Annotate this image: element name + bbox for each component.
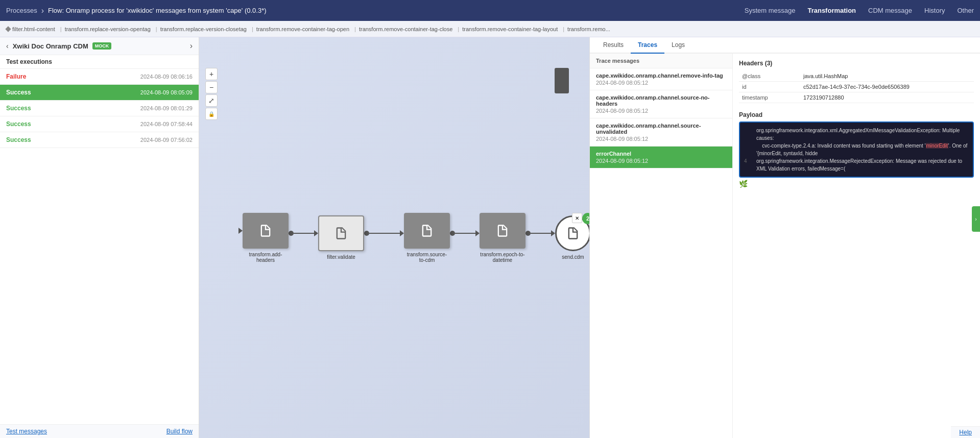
node-box-epoch-to-datetime[interactable] (480, 213, 525, 249)
header-val-2: 1723190712880 (800, 92, 974, 103)
headers-title: Headers (3) (739, 60, 974, 67)
trace-time-2: 2024-08-09 08:05:12 (596, 136, 726, 142)
trace-channel-0: cape.xwikidoc.onramp.channel.remove-info… (596, 72, 726, 79)
lock-button[interactable]: 🔒 (205, 108, 218, 120)
cdm-message-nav[interactable]: CDM message (868, 7, 912, 14)
breadcrumb-item-5[interactable]: transform.remove-container-tag-layout (462, 26, 558, 32)
start-connector (238, 228, 243, 234)
breadcrumb-item-0[interactable]: filter.html-content (12, 26, 55, 32)
back-button[interactable]: ‹ (6, 42, 9, 50)
left-sidebar: ‹ Xwiki Doc Onramp CDM MOCK › Test execu… (0, 37, 199, 438)
payload-box[interactable]: org.springframework.integration.xml.Aggr… (739, 121, 974, 178)
exec-status-4: Success (6, 136, 31, 143)
node-source-to-cdm[interactable]: transform.source-to-cdm (404, 213, 450, 263)
payload-linenum-1 (744, 142, 752, 157)
exec-item-active[interactable]: Success 2024-08-09 08:05:09 (0, 85, 199, 101)
help-bar: Help (951, 426, 980, 438)
exec-item-3[interactable]: Success 2024-08-09 07:58:44 (0, 116, 199, 132)
exec-status-3: Success (6, 120, 31, 128)
trace-item-active[interactable]: errorChannel 2024-08-09 08:05:12 (590, 147, 732, 168)
right-edge-toggle[interactable]: › (972, 206, 980, 232)
breadcrumb: filter.html-content | transform.replace-… (0, 21, 980, 37)
payload-text-0: org.springframework.integration.xml.Aggr… (756, 127, 969, 142)
exec-time-4: 2024-08-09 07:56:02 (140, 137, 193, 143)
header-key-2: timestamp (739, 92, 800, 103)
trace-channel-active: errorChannel (596, 151, 726, 157)
bottom-bar: Test messages Build flow (0, 424, 199, 438)
node-filter-validate[interactable]: filter.validate (318, 215, 364, 260)
exec-item-2[interactable]: Success 2024-08-09 08:01:29 (0, 101, 199, 116)
panel-title: Xwiki Doc Onramp CDM (13, 42, 88, 50)
breadcrumb-item-4[interactable]: transform.remove-container-tag-close (359, 26, 452, 32)
processes-link[interactable]: Processes (6, 7, 37, 14)
trace-item-0[interactable]: cape.xwikidoc.onramp.channel.remove-info… (590, 68, 732, 90)
arrow-2 (400, 230, 404, 236)
breadcrumb-item-6[interactable]: transform.remo... (567, 26, 610, 32)
nav-right: System message Transformation CDM messag… (745, 7, 974, 14)
payload-section: Payload org.springframework.integration.… (739, 111, 974, 188)
trace-item-1[interactable]: cape.xwikidoc.onramp.channel.source-no-h… (590, 90, 732, 118)
tab-logs[interactable]: Logs (664, 37, 692, 54)
system-message-nav[interactable]: System message (745, 7, 796, 14)
breadcrumb-sep-3: | (354, 26, 356, 32)
help-link[interactable]: Help (959, 429, 972, 436)
connector-1 (289, 230, 318, 236)
payload-title: Payload (739, 111, 974, 118)
arrow-1 (314, 230, 318, 236)
node-add-headers[interactable]: transform.add-headers (243, 213, 289, 263)
exec-time-2: 2024-08-09 08:01:29 (140, 105, 193, 111)
header-val-0: java.util.HashMap (800, 71, 974, 82)
zoom-out-button[interactable]: − (205, 81, 218, 93)
fit-button[interactable]: ⤢ (205, 94, 218, 107)
trace-time-active: 2024-08-09 08:05:12 (596, 158, 726, 164)
header-row-0: @class java.util.HashMap (739, 71, 974, 82)
connector-2 (364, 230, 404, 236)
transformation-nav[interactable]: Transformation (807, 7, 856, 14)
exec-list: Failure 2024-08-09 08:06:16 Success 2024… (0, 69, 199, 148)
connector-dot-3 (450, 231, 455, 236)
node-send-cdm[interactable]: 2 ✕ send.cdm (555, 215, 589, 260)
zoom-in-button[interactable]: + (205, 68, 218, 80)
breadcrumb-sep-0: | (60, 26, 62, 32)
arrow-4 (551, 230, 555, 236)
doc-icon-5 (566, 226, 580, 240)
breadcrumb-item-3[interactable]: transform.remove-container-tag-open (256, 26, 349, 32)
breadcrumb-item-2[interactable]: transform.replace-version-closetag (160, 26, 247, 32)
header-row-1: id c52d17ae-14c9-37ec-734c-9e0de6506389 (739, 82, 974, 92)
mock-badge: MOCK (92, 42, 112, 50)
history-nav[interactable]: History (924, 7, 945, 14)
header-key-1: id (739, 82, 800, 92)
main-container: ‹ Xwiki Doc Onramp CDM MOCK › Test execu… (0, 37, 980, 438)
breadcrumb-sep-5: | (563, 26, 564, 32)
send-node-circle[interactable]: 2 ✕ (555, 215, 589, 251)
other-nav[interactable]: Other (957, 7, 974, 14)
flow-canvas: + − ⤢ 🔒 (199, 37, 589, 438)
node-epoch-to-datetime[interactable]: transform.epoch-to-datetime (480, 213, 525, 263)
build-flow-link[interactable]: Build flow (166, 428, 193, 435)
node-box-add-headers[interactable] (243, 213, 289, 249)
payload-line-0: org.springframework.integration.xml.Aggr… (744, 127, 969, 142)
node-box-source-to-cdm[interactable] (404, 213, 450, 249)
tab-traces[interactable]: Traces (631, 37, 664, 54)
trace-item-2[interactable]: cape.xwikidoc.onramp.channel.source-unva… (590, 118, 732, 147)
breadcrumb-item-1[interactable]: transform.replace-version-opentag (65, 26, 151, 32)
doc-icon-1 (258, 224, 273, 238)
leaf-icon: 🌿 (739, 180, 974, 188)
exec-item-4[interactable]: Success 2024-08-09 07:56:02 (0, 132, 199, 148)
exec-item[interactable]: Failure 2024-08-09 08:06:16 (0, 69, 199, 85)
connector-line-4 (531, 233, 551, 234)
forward-button[interactable]: › (190, 41, 193, 51)
test-messages-link[interactable]: Test messages (6, 428, 47, 435)
trace-time-1: 2024-08-09 08:05:12 (596, 108, 726, 114)
tab-results[interactable]: Results (596, 37, 631, 54)
flow-title: Flow: Onramp process for 'xwikidoc' mess… (48, 7, 267, 14)
node-label-filter-validate: filter.validate (327, 254, 355, 260)
exec-status-active: Success (6, 89, 31, 96)
node-box-filter-validate[interactable] (318, 215, 364, 251)
doc-icon-2 (334, 226, 348, 240)
connector-line-3 (455, 233, 475, 234)
payload-text-1: cvc-complex-type.2.4.a: Invalid content … (756, 142, 969, 157)
trace-channel-1: cape.xwikidoc.onramp.channel.source-no-h… (596, 94, 726, 107)
node-label-add-headers: transform.add-headers (243, 252, 289, 263)
payload-line-3: 4 org.springframework.integration.Messag… (744, 157, 969, 173)
